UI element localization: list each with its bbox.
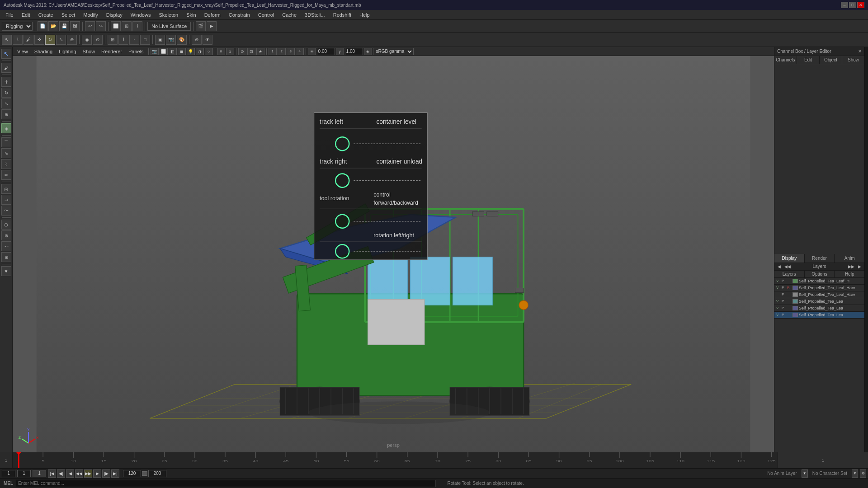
lasso-btn[interactable]: ⌇ — [13, 35, 23, 45]
quality-low-btn[interactable]: 1 — [269, 48, 277, 55]
tab-channels[interactable]: Channels — [774, 56, 797, 64]
snap-curve-tool-btn[interactable]: ⌇ — [118, 35, 128, 45]
menu-help[interactable]: Help — [356, 11, 373, 19]
menu-redshift[interactable]: Redshift — [330, 11, 355, 19]
menu-control[interactable]: Control — [255, 11, 278, 19]
shadows-btn[interactable]: ◑ — [196, 48, 204, 55]
cv-curve-btn[interactable]: ⌒ — [1, 137, 11, 147]
key-indicator[interactable] — [33, 470, 46, 477]
make-live-btn[interactable]: ⊛ — [192, 35, 202, 45]
minimize-btn[interactable]: – — [841, 2, 848, 8]
open-btn[interactable]: 📂 — [48, 21, 58, 31]
color-profile-btn[interactable]: ◈ — [364, 48, 372, 55]
rotate-tool-left-btn[interactable]: ↻ — [1, 88, 11, 98]
show-hide-btn[interactable]: 👁 — [203, 35, 212, 45]
layers-next-btn[interactable]: ▶ — [857, 264, 863, 269]
mesh-tool-btn[interactable]: ◈ — [1, 123, 11, 133]
vp-menu-lighting[interactable]: Lighting — [56, 48, 79, 55]
tab-edit[interactable]: Edit — [797, 56, 820, 64]
snap-point-btn[interactable]: · — [129, 35, 139, 45]
bezier-btn[interactable]: ⌇ — [1, 159, 11, 169]
lst-options[interactable]: Options — [805, 271, 835, 277]
isolate-btn[interactable]: ⊙ — [238, 48, 246, 55]
joint-btn[interactable]: ◎ — [1, 184, 11, 194]
universal-manip-btn[interactable]: ⊕ — [67, 35, 77, 45]
mel-input[interactable] — [16, 480, 435, 487]
gamma-btn[interactable]: γ — [336, 48, 344, 55]
show-manip-btn[interactable]: ⊙ — [93, 35, 103, 45]
menu-display[interactable]: Display — [103, 11, 126, 19]
select-mode-btn[interactable]: ↖ — [1, 49, 11, 59]
tab-render[interactable]: Render — [805, 254, 835, 263]
exposure-val[interactable]: 0.00 — [317, 48, 335, 55]
hud-btn[interactable]: ℹ — [226, 48, 234, 55]
ep-curve-btn[interactable]: ∿ — [1, 148, 11, 158]
maximize-btn[interactable]: □ — [849, 2, 856, 8]
vp-menu-renderer[interactable]: Renderer — [99, 48, 125, 55]
menu-constrain[interactable]: Constrain — [225, 11, 254, 19]
camera-select-btn[interactable]: 📷 — [151, 48, 159, 55]
layer-row-0[interactable]: V P Self_Propelled_Tea_Leaf_H — [774, 278, 864, 285]
scale-tool-btn[interactable]: ⤡ — [56, 35, 66, 45]
tab-anim[interactable]: Anim — [835, 254, 864, 263]
quality-ultra-btn[interactable]: 4 — [296, 48, 304, 55]
new-scene-btn[interactable]: 📄 — [38, 21, 47, 31]
bookmarks-btn[interactable]: ★ — [256, 48, 264, 55]
tab-object[interactable]: Object — [820, 56, 842, 64]
frame-btn[interactable]: ⊡ — [247, 48, 255, 55]
vp-menu-show[interactable]: Show — [80, 48, 98, 55]
tab-display[interactable]: Display — [774, 254, 805, 263]
rotate-tool-btn[interactable]: ↻ — [45, 35, 55, 45]
render-region-btn[interactable]: ▣ — [155, 35, 165, 45]
viewport-3d[interactable]: track left container level track right c… — [13, 56, 774, 452]
menu-create[interactable]: Create — [35, 11, 57, 19]
menu-3dstoli[interactable]: 3DStoli... — [301, 11, 329, 19]
layers-next2-btn[interactable]: ▶▶ — [847, 264, 856, 269]
layer-row-3[interactable]: V P Self_Propelled_Tea_Lea — [774, 298, 864, 305]
soft-select-btn[interactable]: ◉ — [82, 35, 92, 45]
more-tools-btn[interactable]: ▼ — [1, 266, 11, 276]
pencil-btn[interactable]: ✏ — [1, 170, 11, 180]
wireframe-btn[interactable]: ⬜ — [160, 48, 168, 55]
right-scroll[interactable] — [864, 47, 868, 452]
snap-curve-btn[interactable]: ⌇ — [132, 21, 142, 31]
lattice-btn[interactable]: ⊞ — [1, 252, 11, 262]
play-fwd-btn[interactable]: ▶▶ — [84, 469, 92, 478]
gamma-val[interactable]: 1.00 — [345, 48, 363, 55]
menu-modify[interactable]: Modify — [80, 11, 101, 19]
snap-grid-btn[interactable]: ⊞ — [122, 21, 132, 31]
anim-layer-options-btn[interactable]: ▼ — [802, 469, 808, 478]
ipr-btn[interactable]: 🎨 — [177, 35, 187, 45]
play-back-btn[interactable]: ◀◀ — [75, 469, 83, 478]
paint-select-btn[interactable]: 🖌 — [24, 35, 33, 45]
layer-row-4[interactable]: V P Self_Propelled_Tea_Lea — [774, 305, 864, 312]
viewport[interactable]: View Shading Lighting Show Renderer Pane… — [13, 47, 774, 452]
vp-menu-shading[interactable]: Shading — [32, 48, 55, 55]
grid-btn[interactable]: # — [217, 48, 225, 55]
mode-select[interactable]: Rigging — [2, 22, 33, 31]
render-settings-btn[interactable]: 🎬 — [196, 21, 206, 31]
current-frame-input[interactable] — [17, 470, 31, 477]
paint-skin-btn[interactable]: 🖌 — [1, 63, 11, 73]
menu-skeleton[interactable]: Skeleton — [155, 11, 182, 19]
menu-cache[interactable]: Cache — [278, 11, 300, 19]
ao-btn[interactable]: ○ — [205, 48, 213, 55]
select-tool-btn[interactable]: ↖ — [2, 35, 12, 45]
layers-prev2-btn[interactable]: ◀◀ — [783, 264, 792, 269]
exposure-btn[interactable]: ☀ — [308, 48, 316, 55]
save-as-btn[interactable]: 🖫 — [70, 21, 80, 31]
tab-show[interactable]: Show — [842, 56, 864, 64]
vp-menu-panels[interactable]: Panels — [126, 48, 146, 55]
menu-file[interactable]: File — [2, 11, 17, 19]
frame-end1-input[interactable]: 120 — [123, 470, 141, 477]
layer-row-1[interactable]: V P R Self_Propelled_Tea_Leaf_Harv — [774, 285, 864, 291]
panel-close-btn[interactable]: ✕ — [858, 49, 862, 54]
snap-grid-tool-btn[interactable]: ⊞ — [108, 35, 118, 45]
start-frame-input[interactable] — [2, 470, 15, 477]
gamma-select[interactable]: sRGB gamma — [373, 48, 414, 55]
timeline-main[interactable]: 1 5 10 15 20 25 30 35 40 45 — [13, 452, 778, 468]
menu-windows[interactable]: Windows — [127, 11, 155, 19]
prev-frame-btn[interactable]: ◀ — [66, 469, 74, 478]
char-set-extra-btn[interactable]: ⚙ — [860, 469, 866, 478]
next-key-btn[interactable]: |▶ — [102, 469, 110, 478]
